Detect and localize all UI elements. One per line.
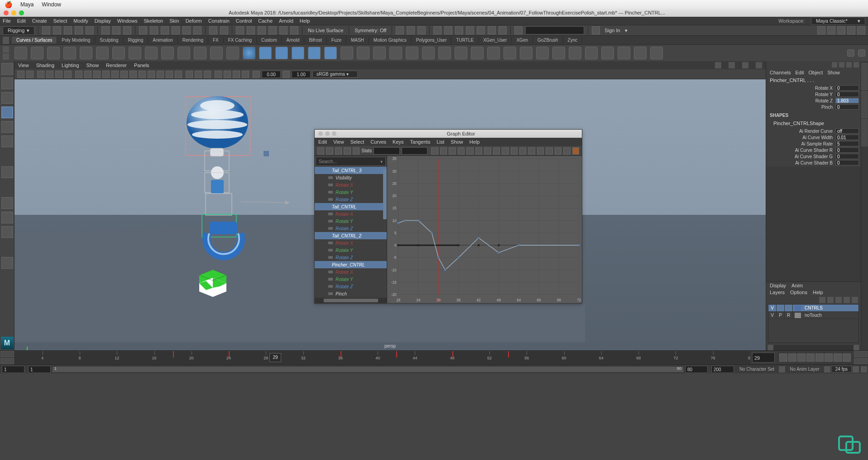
boundary-icon[interactable] <box>422 47 435 59</box>
ge-tree-scrollbar[interactable] <box>383 169 387 219</box>
project-curve-icon[interactable] <box>471 47 484 59</box>
vp-motion-icon[interactable] <box>139 71 146 78</box>
ge-tangent-fixed-icon[interactable] <box>484 147 491 155</box>
ge-node-attr[interactable]: Rotate Z <box>315 196 387 203</box>
snap-point-icon[interactable] <box>161 26 169 34</box>
layer-add-icon[interactable] <box>852 297 858 303</box>
vp-iso-icon[interactable] <box>157 71 164 78</box>
insert-knot-icon[interactable] <box>161 47 174 59</box>
paint-tool-icon[interactable] <box>1 92 13 104</box>
cb-tab-edit[interactable]: Edit <box>795 70 804 75</box>
lasso-tool-icon[interactable] <box>1 77 13 89</box>
dock-tab-modeling[interactable] <box>861 63 868 90</box>
current-frame-field[interactable]: 29 <box>752 353 775 363</box>
rebuild-curve-icon[interactable] <box>210 47 223 59</box>
ge-opt2-icon[interactable] <box>563 147 570 155</box>
paint-select-icon[interactable] <box>123 26 131 34</box>
fps-field[interactable]: 24 fps <box>831 366 852 373</box>
step-fwd-icon[interactable] <box>825 353 833 362</box>
shelf-tab[interactable]: Arnold <box>282 37 304 44</box>
range-inner-start[interactable]: 1 <box>28 366 51 373</box>
channel-row[interactable]: Ai Render Curveoff <box>768 128 859 134</box>
vp-shade-flat-icon[interactable] <box>93 71 101 78</box>
ge-opt1-icon[interactable] <box>555 147 561 155</box>
channel-value[interactable]: 0 <box>835 92 859 97</box>
vp-camera-icon[interactable] <box>17 71 24 78</box>
ge-menu-edit[interactable]: Edit <box>318 139 327 145</box>
ge-region-icon[interactable] <box>344 147 350 155</box>
curve-tool-icon[interactable] <box>112 47 125 59</box>
menu-select[interactable]: Select <box>53 18 67 24</box>
loop-icon[interactable] <box>854 351 868 357</box>
layer-tab-layers[interactable]: Layers <box>770 290 785 295</box>
nurbs-torus-icon[interactable] <box>324 47 337 59</box>
ge-graph-area[interactable]: 35302520151050-5-10-15-20182430364248546… <box>387 156 582 303</box>
panel-layout3-icon[interactable] <box>417 26 426 34</box>
nurbs-plane-icon[interactable] <box>308 47 321 59</box>
layer-tab-help[interactable]: Help <box>813 290 823 295</box>
menu-edit[interactable]: Edit <box>17 18 26 24</box>
shelf-tab[interactable]: Zync <box>563 37 583 44</box>
toggle2-icon[interactable] <box>444 26 452 34</box>
shelf-edit-icon[interactable] <box>3 46 9 53</box>
shelf-tab[interactable]: FX Caching <box>224 37 257 44</box>
nurbs-sphere-icon[interactable] <box>243 47 255 59</box>
toolkit3-icon[interactable] <box>847 26 855 34</box>
menu-create[interactable]: Create <box>32 18 47 24</box>
toolkit2-icon[interactable] <box>837 26 845 34</box>
anim-layer-label[interactable]: No Anim Layer <box>786 367 823 372</box>
three-point-arc-icon[interactable] <box>80 47 92 59</box>
signin-label[interactable]: Sign In <box>603 28 622 33</box>
extend-surf-icon[interactable] <box>601 47 614 59</box>
shelf-tab[interactable]: Rigging <box>123 37 148 44</box>
loft-icon[interactable] <box>357 47 369 59</box>
ge-node-attr[interactable]: Rotate Z <box>315 225 387 232</box>
ge-node-attr[interactable]: Rotate Y <box>315 218 387 225</box>
layer-row[interactable]: VCNTRLS <box>768 305 858 312</box>
snap-curve-icon[interactable] <box>150 26 158 34</box>
ge-min-icon[interactable] <box>325 131 330 136</box>
render-settings-icon[interactable] <box>290 26 298 34</box>
timeline-opt-icon[interactable] <box>0 358 14 364</box>
ge-stack-icon[interactable] <box>546 147 552 155</box>
toggle4-icon[interactable] <box>466 26 474 34</box>
layer-hscroll[interactable] <box>766 345 861 350</box>
toolkit4-icon[interactable] <box>857 26 865 34</box>
menu-file[interactable]: File <box>3 18 11 24</box>
ge-node-attr[interactable]: Rotate X <box>315 210 387 218</box>
autokey-toggle-icon[interactable] <box>853 366 859 373</box>
layer-tab-display[interactable]: Display <box>770 283 786 288</box>
menu-windows[interactable]: Windows <box>117 18 138 24</box>
vp-exposure-icon[interactable] <box>186 71 193 78</box>
shelf-gear-icon[interactable] <box>3 53 9 60</box>
vp-misc3-icon[interactable] <box>233 71 240 78</box>
char-set-icon[interactable] <box>779 366 785 373</box>
channel-value[interactable]: 5 <box>835 141 859 146</box>
shelf-tab[interactable]: Sculpting <box>95 37 123 44</box>
traffic-min-icon[interactable] <box>11 10 16 15</box>
channel-value[interactable]: 0 <box>835 147 859 153</box>
marketplace-icon[interactable] <box>817 26 825 34</box>
ge-auto-icon[interactable] <box>528 147 535 155</box>
vp-corner-icon4[interactable] <box>756 62 762 68</box>
layer-scroll-right-icon[interactable] <box>854 345 859 350</box>
vp-gamma-value[interactable]: 1.00 <box>292 71 311 78</box>
channel-row[interactable]: Ai Curve Shader R0 <box>768 147 859 153</box>
nurbs-cone-icon[interactable] <box>292 47 304 59</box>
ge-titlebar[interactable]: Graph Editor <box>315 130 582 138</box>
menu-control[interactable]: Control <box>236 18 252 24</box>
range-slider[interactable]: 1 80 <box>53 367 683 372</box>
vp-shadow-icon[interactable] <box>120 71 128 78</box>
panel-layout1-icon[interactable] <box>396 26 404 34</box>
new-scene-icon[interactable] <box>42 26 50 34</box>
nurbs-square-icon[interactable] <box>31 47 43 59</box>
ge-tangent-flat-icon[interactable] <box>475 147 482 155</box>
layer-add-sel-icon[interactable] <box>835 297 842 303</box>
ge-lock-len-icon[interactable] <box>519 147 526 155</box>
insert-iso-icon[interactable] <box>585 47 598 59</box>
layer-row[interactable]: VPRnoTouch <box>768 312 858 319</box>
untrim-icon[interactable] <box>520 47 532 59</box>
layer-tab-options[interactable]: Options <box>790 290 807 295</box>
shelf-tab[interactable]: TURTLE <box>451 37 479 44</box>
ge-stat-value[interactable] <box>402 147 428 155</box>
